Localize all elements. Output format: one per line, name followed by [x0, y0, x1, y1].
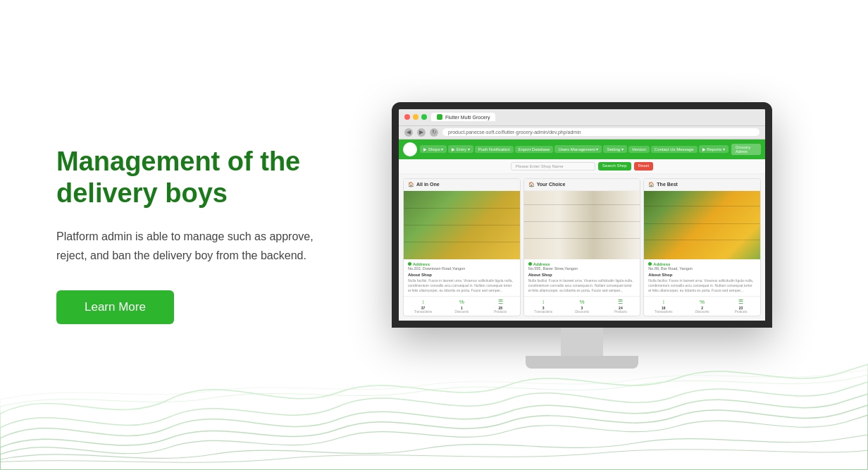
address-text-2: No.555, Baner Stree,Yangon — [528, 266, 636, 271]
discounts-icon-1: % — [442, 299, 481, 305]
page-container: Management of the delivery boys Platform… — [0, 0, 868, 470]
admin-menu[interactable]: Grocery Admin — [731, 144, 761, 155]
shop-image-1 — [404, 191, 520, 259]
shop-card-header-2: 🏠 Your Choice — [524, 179, 640, 191]
window-controls — [404, 114, 427, 120]
nav-entry[interactable]: ▶ Entry ▾ — [448, 145, 473, 153]
monitor-screen: Flutter Multi Grocery ◀ ▶ ↻ product.pane… — [392, 102, 772, 328]
shop-card-2: 🏠 Your Choice — [523, 178, 641, 316]
stat-transactions-3: ↕ 16 Transactions — [644, 299, 683, 314]
shop-card-header-1: 🏠 All in One — [404, 179, 520, 191]
stat-products-2: ☰ 24 Products — [601, 299, 640, 314]
maximize-window-btn[interactable] — [421, 114, 427, 120]
location-icon-2 — [528, 262, 532, 266]
shops-grid: 🏠 All in One — [399, 174, 765, 321]
search-shop-btn[interactable]: Search Shop — [598, 162, 631, 171]
nav-setting[interactable]: Setting ▾ — [603, 145, 626, 153]
tab-favicon-icon — [437, 114, 442, 120]
nav-reports[interactable]: ▶ Reports ▾ — [699, 145, 728, 153]
stat-products-3: ☰ 23 Products — [721, 299, 760, 314]
shop-card-3: 🏠 The Best — [643, 178, 761, 316]
refresh-btn[interactable]: ↻ — [430, 128, 438, 137]
nav-export[interactable]: Export Database — [515, 146, 554, 153]
browser-addressbar: ◀ ▶ ↻ product.panecse-soft.co/flutter-gr… — [399, 126, 765, 140]
shop-search-input[interactable]: Please Enter Shop Name — [511, 162, 595, 171]
nav-items: ▶ Shops ▾ ▶ Entry ▾ Push Notification Ex… — [420, 145, 728, 153]
right-content: Flutter Multi Grocery ◀ ▶ ↻ product.pane… — [352, 102, 812, 369]
nav-users[interactable]: Users Management ▾ — [554, 145, 602, 153]
transactions-icon-1: ↕ — [404, 299, 442, 305]
shop-stats-1: ↕ 37 Transactions % 1 Discounts — [404, 296, 520, 316]
forward-btn[interactable]: ▶ — [417, 128, 426, 137]
shop-card-1: 🏠 All in One — [403, 178, 521, 316]
monitor-stand-base — [526, 356, 638, 369]
shop-icon-2: 🏠 — [528, 182, 535, 187]
transactions-icon-3: ↕ — [644, 299, 683, 305]
close-window-btn[interactable] — [404, 114, 410, 120]
shop-image-3 — [644, 191, 760, 259]
shop-image-2 — [524, 191, 640, 259]
address-text-1: No.202, Downtown Road,Yangon — [408, 266, 516, 271]
transactions-icon-2: ↕ — [524, 299, 563, 305]
about-label-2: About Shop — [528, 273, 636, 277]
about-text-3: Nulla facilisi. Fusce in laoreet urna. V… — [648, 278, 756, 293]
stat-transactions-2: ↕ 3 Transactions — [524, 299, 563, 314]
address-text-3: No.89, Bar Road, Yangon — [648, 266, 756, 271]
about-label-3: About Shop — [648, 273, 756, 277]
shop-search-bar: Please Enter Shop Name Search Shop Reset — [399, 159, 765, 174]
back-btn[interactable]: ◀ — [404, 128, 413, 137]
about-text-1: Nulla facilisi. Fusce in laoreet urna. V… — [408, 278, 516, 293]
reset-btn[interactable]: Reset — [634, 162, 654, 171]
stat-transactions-1: ↕ 37 Transactions — [404, 299, 442, 314]
browser-titlebar: Flutter Multi Grocery — [399, 109, 765, 126]
location-icon-1 — [408, 262, 411, 266]
about-label-1: About Shop — [408, 273, 516, 277]
learn-more-button[interactable]: Learn More — [56, 290, 174, 324]
shop-card-body-3: Address No.89, Bar Road, Yangon About Sh… — [644, 259, 760, 296]
shop-stats-3: ↕ 16 Transactions % 2 Discounts — [644, 296, 760, 316]
about-text-2: Nulla facilisi. Fusce in laoreet urna. V… — [528, 278, 636, 293]
app-logo — [403, 142, 417, 156]
address-field[interactable]: product.panecse-soft.co/flutter-grocery-… — [442, 128, 760, 136]
main-heading: Management of the delivery boys — [56, 146, 324, 210]
shop-stats-2: ↕ 3 Transactions % 3 Discounts — [524, 296, 640, 316]
shop-card-header-3: 🏠 The Best — [644, 179, 760, 191]
products-icon-2: ☰ — [601, 299, 640, 305]
nav-shops[interactable]: ▶ Shops ▾ — [420, 145, 447, 153]
discounts-icon-3: % — [683, 299, 721, 305]
monitor-wrapper: Flutter Multi Grocery ◀ ▶ ↻ product.pane… — [378, 102, 786, 369]
browser-tab[interactable]: Flutter Multi Grocery — [431, 113, 495, 121]
nav-version[interactable]: Version — [628, 146, 650, 153]
location-icon-3 — [648, 262, 652, 266]
description-text: Platform admin is able to manage such as… — [56, 227, 324, 265]
minimize-window-btn[interactable] — [413, 114, 418, 120]
products-icon-1: ☰ — [481, 299, 520, 305]
shop-icon-3: 🏠 — [648, 182, 655, 187]
shop-card-body-1: Address No.202, Downtown Road,Yangon Abo… — [404, 259, 520, 296]
shop-card-body-2: Address No.555, Baner Stree,Yangon About… — [524, 259, 640, 296]
app-navbar: ▶ Shops ▾ ▶ Entry ▾ Push Notification Ex… — [399, 140, 765, 159]
stat-products-1: ☰ 28 Products — [481, 299, 520, 314]
stat-discounts-2: % 3 Discounts — [563, 299, 602, 314]
nav-contact[interactable]: Contact Us Message — [651, 146, 698, 153]
monitor-stand-neck — [561, 328, 603, 356]
nav-push[interactable]: Push Notification — [475, 146, 514, 153]
left-content: Management of the delivery boys Platform… — [56, 146, 352, 325]
stat-discounts-3: % 2 Discounts — [683, 299, 721, 314]
stat-discounts-1: % 1 Discounts — [442, 299, 481, 314]
browser: Flutter Multi Grocery ◀ ▶ ↻ product.pane… — [399, 109, 765, 321]
discounts-icon-2: % — [563, 299, 602, 305]
shop-icon-1: 🏠 — [408, 182, 414, 187]
products-icon-3: ☰ — [721, 299, 760, 305]
